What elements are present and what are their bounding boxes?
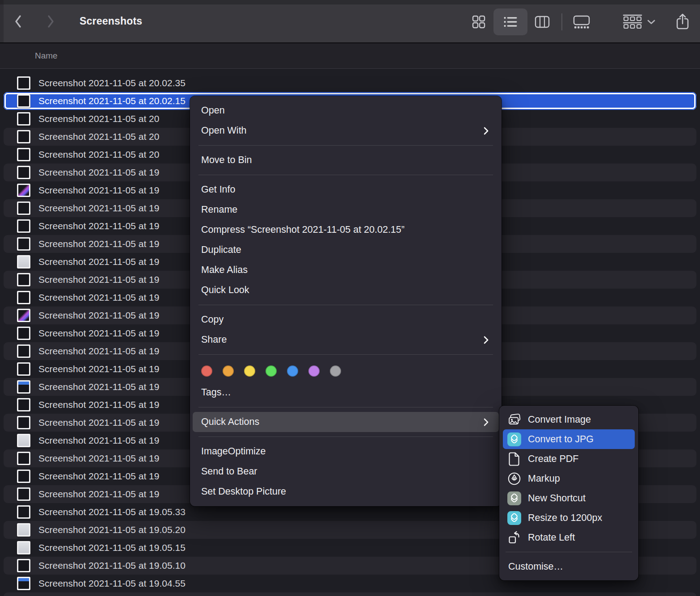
chevron-right-icon	[46, 14, 55, 29]
quick-action-rotate-left[interactable]: Rotate Left	[503, 528, 635, 547]
back-button[interactable]	[11, 13, 26, 30]
list-header: Name	[0, 43, 700, 69]
thumbnail-preview	[18, 96, 29, 106]
menu-item-tags[interactable]: Tags…	[193, 382, 499, 403]
thumbnail-preview	[18, 471, 29, 482]
menu-item-quick-actions[interactable]: Quick Actions	[193, 412, 499, 432]
tag-color-red[interactable]	[201, 365, 212, 377]
file-thumbnail-icon	[17, 541, 30, 554]
tag-color-purple[interactable]	[308, 365, 320, 377]
file-row[interactable]: Screenshot 2021-11-05 at 20.02.35	[4, 74, 696, 92]
tag-color-gray[interactable]	[330, 365, 341, 377]
menu-item-duplicate[interactable]: Duplicate	[193, 240, 499, 260]
submenu-chevron-icon	[483, 417, 489, 427]
quick-action-create-pdf[interactable]: Create PDF	[503, 449, 635, 469]
menu-item-imageoptimize[interactable]: ImageOptimize	[193, 441, 499, 462]
file-name: Screenshot 2021-11-05 at 19	[38, 274, 159, 285]
menu-item-set-desktop-picture[interactable]: Set Desktop Picture	[193, 482, 499, 502]
quick-action-markup[interactable]: Markup	[503, 469, 635, 488]
thumbnail-preview	[18, 328, 29, 339]
submenu-chevron-icon	[483, 335, 489, 345]
file-name: Screenshot 2021-11-05 at 19	[38, 435, 159, 446]
group-by-button[interactable]	[622, 13, 655, 30]
menu-item-move-to-bin[interactable]: Move to Bin	[193, 150, 499, 170]
toolbar-view-controls	[464, 0, 700, 43]
tag-color-blue[interactable]	[287, 365, 298, 377]
tag-color-yellow[interactable]	[244, 365, 255, 377]
file-name: Screenshot 2021-11-05 at 20.02.15	[38, 96, 186, 106]
icon-view-button[interactable]	[464, 8, 493, 35]
thumbnail-preview	[18, 239, 29, 249]
file-row[interactable]	[4, 592, 696, 596]
thumbnail-preview	[18, 382, 29, 392]
file-thumbnail-icon	[17, 523, 30, 537]
thumbnail-preview	[18, 203, 29, 214]
file-thumbnail-icon	[17, 470, 30, 483]
menu-separator	[506, 552, 632, 552]
menu-item-label: Make Alias	[201, 264, 248, 276]
menu-item-label: Share	[201, 334, 227, 345]
column-view-button[interactable]	[527, 8, 557, 35]
toolbar-divider	[561, 13, 562, 30]
forward-button[interactable]	[43, 13, 58, 30]
gallery-view-button[interactable]	[567, 8, 596, 35]
menu-item-make-alias[interactable]: Make Alias	[193, 260, 499, 280]
quick-action-label: Resize to 1200px	[528, 512, 602, 524]
file-thumbnail-icon	[17, 380, 30, 394]
menu-item-quick-look[interactable]: Quick Look	[193, 280, 499, 300]
thumbnail-preview	[18, 346, 29, 357]
quick-action-label: Rotate Left	[528, 532, 575, 543]
menu-item-get-info[interactable]: Get Info	[193, 180, 499, 200]
quick-action-new-shortcut[interactable]: New Shortcut	[503, 488, 635, 508]
menu-item-open-with[interactable]: Open With	[193, 121, 499, 141]
menu-item-copy[interactable]: Copy	[193, 310, 499, 330]
menu-item-send-to-bear[interactable]: Send to Bear	[193, 462, 499, 482]
file-name: Screenshot 2021-11-05 at 19.05.33	[38, 507, 186, 517]
menu-separator	[198, 175, 493, 175]
tag-color-orange[interactable]	[223, 365, 234, 377]
menu-item-label: Copy	[201, 314, 223, 325]
file-name: Screenshot 2021-11-05 at 19	[38, 239, 159, 249]
menu-item-label: Open With	[201, 125, 247, 136]
file-thumbnail-icon	[17, 273, 30, 286]
menu-item-open[interactable]: Open	[193, 101, 499, 121]
file-thumbnail-icon	[17, 344, 30, 358]
column-header-name[interactable]: Name	[35, 51, 58, 61]
file-thumbnail-icon	[17, 505, 30, 519]
file-name: Screenshot 2021-11-05 at 19	[38, 310, 159, 321]
file-name: Screenshot 2021-11-05 at 19	[38, 489, 159, 499]
quick-action-convert-image[interactable]: Convert Image	[503, 410, 635, 429]
quick-action-label: New Shortcut	[528, 493, 586, 504]
submenu-chevron-icon	[483, 126, 489, 136]
menu-separator	[198, 437, 493, 437]
menu-item-label: Open	[201, 105, 225, 116]
menu-separator	[198, 145, 493, 146]
thumbnail-preview	[18, 453, 29, 464]
share-button[interactable]	[675, 13, 690, 31]
file-name: Screenshot 2021-11-05 at 19	[38, 364, 159, 374]
menu-item-compress-screenshot-2021-11-05[interactable]: Compress “Screenshot 2021-11-05 at 20.02…	[193, 220, 499, 240]
thumbnail-preview	[18, 507, 29, 517]
file-thumbnail-icon	[17, 577, 30, 590]
file-name: Screenshot 2021-11-05 at 19	[38, 292, 159, 303]
convert-image-icon	[507, 413, 521, 427]
menu-item-rename[interactable]: Rename	[193, 200, 499, 220]
chevron-down-icon	[647, 19, 655, 25]
list-view-button[interactable]	[493, 8, 527, 35]
menu-item-label: Quick Look	[201, 285, 249, 296]
quick-action-convert-to-jpg[interactable]: Convert to JPG	[503, 429, 635, 449]
file-thumbnail-icon	[17, 76, 30, 90]
tag-color-green[interactable]	[266, 365, 277, 377]
file-name: Screenshot 2021-11-05 at 20	[38, 149, 159, 160]
file-thumbnail-icon	[17, 291, 30, 304]
quick-action-customise[interactable]: Customise…	[503, 557, 635, 576]
file-thumbnail-icon	[17, 255, 30, 269]
file-name: Screenshot 2021-11-05 at 19	[38, 399, 159, 410]
tag-color-row	[193, 359, 499, 382]
share-icon	[675, 13, 690, 31]
thumbnail-preview	[18, 435, 29, 446]
thumbnail-preview	[18, 364, 29, 374]
menu-item-share[interactable]: Share	[193, 330, 499, 350]
quick-action-resize-to-1200px[interactable]: Resize to 1200px	[503, 508, 635, 528]
thumbnail-preview	[18, 113, 29, 124]
